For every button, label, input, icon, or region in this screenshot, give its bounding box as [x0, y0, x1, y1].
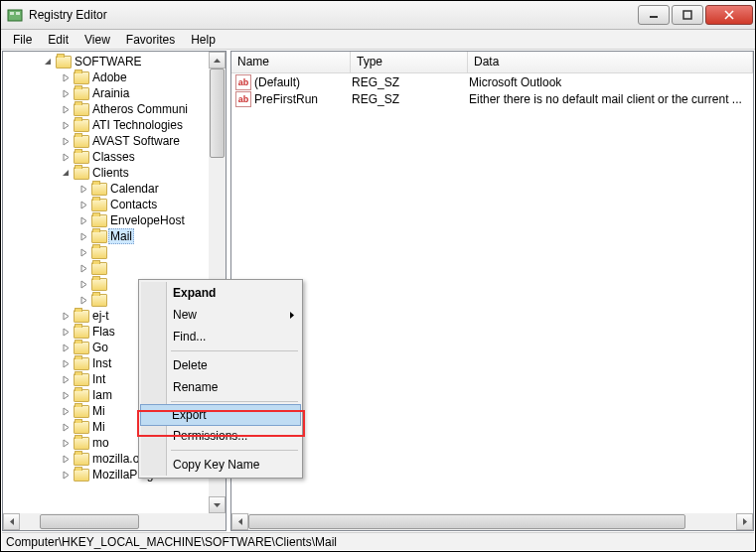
context-menu-item-find[interactable]: Find...: [141, 326, 300, 347]
svg-rect-1: [10, 12, 14, 15]
maximize-button[interactable]: [672, 5, 703, 25]
expander-closed-icon[interactable]: [78, 295, 89, 306]
submenu-arrow-icon: [290, 308, 294, 322]
svg-marker-30: [64, 424, 69, 431]
menu-edit[interactable]: Edit: [40, 31, 76, 49]
folder-icon: [91, 278, 107, 291]
regedit-icon: [7, 7, 23, 23]
minimize-button[interactable]: [638, 5, 670, 25]
folder-icon: [74, 469, 89, 482]
tree-item[interactable]: [3, 244, 209, 260]
scroll-left-icon[interactable]: [231, 513, 248, 530]
tree-item[interactable]: Arainia: [3, 85, 209, 101]
scroll-thumb[interactable]: [40, 514, 139, 529]
tree-item[interactable]: EnvelopeHost: [3, 212, 209, 228]
close-button[interactable]: [705, 5, 753, 25]
col-header-name[interactable]: Name: [231, 52, 351, 72]
tree-item-label: Iam: [92, 388, 112, 402]
menu-view[interactable]: View: [76, 31, 118, 49]
tree-item[interactable]: Calendar: [3, 181, 209, 197]
window-controls: [638, 5, 755, 25]
tree-item[interactable]: Classes: [3, 149, 209, 165]
scroll-right-icon[interactable]: [736, 513, 753, 530]
expander-closed-icon[interactable]: [61, 311, 72, 322]
tree-item[interactable]: Adobe: [3, 69, 209, 85]
string-value-icon: ab: [235, 91, 251, 107]
scroll-thumb[interactable]: [210, 69, 225, 158]
scroll-thumb[interactable]: [248, 514, 685, 529]
menubar: File Edit View Favorites Help: [1, 30, 755, 50]
tree-item[interactable]: Clients: [3, 165, 209, 181]
tree-hscroll[interactable]: [3, 513, 226, 530]
context-menu-item-new[interactable]: New: [141, 304, 300, 326]
tree-item[interactable]: Contacts: [3, 197, 209, 212]
expander-closed-icon[interactable]: [61, 88, 72, 99]
col-header-type[interactable]: Type: [351, 52, 468, 72]
expander-closed-icon[interactable]: [78, 200, 89, 210]
expander-closed-icon[interactable]: [78, 279, 89, 290]
svg-marker-36: [10, 518, 14, 525]
folder-icon: [74, 135, 89, 148]
svg-marker-38: [238, 518, 242, 525]
scroll-up-icon[interactable]: [209, 52, 226, 69]
context-menu-item-rename[interactable]: Rename: [141, 376, 300, 398]
context-menu-item-export[interactable]: Export: [140, 404, 301, 426]
expander-closed-icon[interactable]: [61, 454, 72, 465]
expander-closed-icon[interactable]: [61, 152, 72, 163]
expander-closed-icon[interactable]: [61, 327, 72, 338]
svg-marker-13: [64, 154, 69, 161]
folder-icon: [91, 199, 107, 211]
expander-closed-icon[interactable]: [78, 263, 89, 274]
svg-marker-14: [63, 170, 69, 176]
tree-item[interactable]: [3, 260, 209, 276]
tree-item[interactable]: Mail: [3, 228, 209, 244]
tree-item[interactable]: Atheros Communi: [3, 101, 209, 117]
expander-closed-icon[interactable]: [61, 470, 72, 481]
tree-item-label: Clients: [92, 166, 129, 180]
context-menu-item-label: Expand: [173, 286, 216, 300]
svg-marker-33: [64, 472, 69, 479]
expander-open-icon[interactable]: [43, 57, 54, 68]
scroll-left-icon[interactable]: [3, 513, 20, 530]
expander-closed-icon[interactable]: [61, 438, 72, 449]
expander-closed-icon[interactable]: [61, 104, 72, 115]
expander-closed-icon[interactable]: [61, 390, 72, 401]
expander-closed-icon[interactable]: [78, 184, 89, 195]
expander-closed-icon[interactable]: [61, 72, 72, 83]
tree-item[interactable]: ATI Technologies: [3, 117, 209, 133]
tree-item[interactable]: AVAST Software: [3, 133, 209, 149]
expander-closed-icon[interactable]: [61, 120, 72, 131]
scroll-down-icon[interactable]: [209, 496, 226, 513]
context-menu-item-delete[interactable]: Delete: [141, 354, 300, 376]
expander-open-icon[interactable]: [61, 168, 72, 179]
tree-item[interactable]: SOFTWARE: [3, 54, 209, 69]
list-row[interactable]: abPreFirstRunREG_SZEither there is no de…: [231, 90, 753, 107]
statusbar: Computer\HKEY_LOCAL_MACHINE\SOFTWARE\Cli…: [2, 532, 754, 550]
list-view[interactable]: ab(Default)REG_SZMicrosoft OutlookabPreF…: [231, 73, 753, 513]
svg-marker-20: [81, 265, 86, 272]
menu-help[interactable]: Help: [183, 31, 224, 49]
menu-file[interactable]: File: [5, 31, 40, 49]
folder-icon: [74, 373, 89, 386]
tree-item-label: Int: [92, 372, 105, 386]
expander-closed-icon[interactable]: [61, 343, 72, 353]
expander-closed-icon[interactable]: [78, 215, 89, 226]
value-name: (Default): [254, 75, 352, 89]
expander-closed-icon[interactable]: [61, 374, 72, 385]
list-hscroll[interactable]: [231, 513, 753, 530]
expander-closed-icon[interactable]: [61, 422, 72, 433]
expander-closed-icon[interactable]: [61, 358, 72, 369]
workspace: SOFTWAREAdobeArainiaAtheros CommuniATI T…: [2, 51, 754, 531]
expander-closed-icon[interactable]: [61, 136, 72, 147]
folder-icon: [74, 103, 89, 116]
context-menu-item-permissions[interactable]: Permissions...: [141, 425, 300, 447]
menu-favorites[interactable]: Favorites: [118, 31, 183, 49]
expander-closed-icon[interactable]: [78, 231, 89, 242]
expander-closed-icon[interactable]: [61, 406, 72, 417]
expander-closed-icon[interactable]: [78, 247, 89, 258]
context-menu-item-label: New: [173, 308, 197, 322]
context-menu-item-copy-key-name[interactable]: Copy Key Name: [141, 454, 300, 476]
list-row[interactable]: ab(Default)REG_SZMicrosoft Outlook: [231, 73, 753, 90]
col-header-data[interactable]: Data: [468, 52, 753, 72]
context-menu-item-expand[interactable]: Expand: [141, 282, 300, 304]
